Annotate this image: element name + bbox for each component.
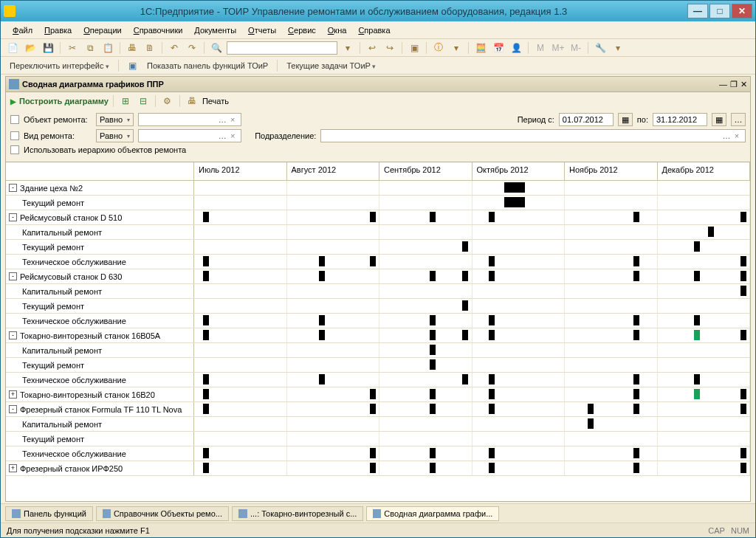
menu-8[interactable]: Справка	[354, 24, 394, 36]
dots-icon[interactable]: …	[217, 115, 227, 124]
paste-icon[interactable]: 📋	[100, 41, 115, 55]
close-button[interactable]: ✕	[732, 4, 752, 18]
new-doc-icon[interactable]: 📄	[5, 41, 20, 55]
printer-icon[interactable]: 🖶	[185, 94, 199, 108]
gantt-bar[interactable]	[203, 404, 209, 414]
build-diagram-button[interactable]: ▶ Построить диаграмму	[10, 97, 109, 106]
maximize-button[interactable]: □	[709, 4, 730, 18]
gantt-bar[interactable]	[633, 404, 639, 414]
user-icon[interactable]: 👤	[509, 41, 523, 55]
gantt-row[interactable]: Капитальный ремонт	[6, 417, 750, 432]
tree-toggle[interactable]: +	[9, 464, 17, 472]
gantt-bar[interactable]	[203, 330, 209, 340]
copy-icon[interactable]: ⧉	[83, 41, 97, 55]
gantt-bar[interactable]	[462, 241, 468, 252]
nav-fwd-icon[interactable]: ↪	[382, 41, 397, 55]
tree-toggle[interactable]: +	[9, 390, 17, 399]
gantt-bar[interactable]	[633, 256, 639, 266]
gantt-bar[interactable]	[740, 404, 746, 414]
gantt-bar[interactable]	[694, 374, 700, 384]
type-condition-select[interactable]: Равно	[96, 129, 134, 142]
gantt-bar[interactable]	[203, 315, 209, 325]
gantt-bar[interactable]	[489, 374, 495, 384]
gantt-bar[interactable]	[489, 448, 495, 458]
type-checkbox[interactable]	[10, 131, 19, 140]
date-from-input[interactable]: 01.07.2012	[559, 113, 614, 126]
gantt-bar[interactable]	[203, 448, 209, 458]
gantt-bar[interactable]	[489, 212, 495, 222]
gantt-row[interactable]: Техническое обслуживание	[6, 255, 750, 269]
gantt-bar[interactable]	[462, 374, 468, 384]
gantt-bar[interactable]	[504, 197, 525, 207]
gantt-bar[interactable]	[430, 315, 436, 325]
gantt-bar[interactable]	[319, 271, 325, 281]
gantt-bar[interactable]	[489, 315, 495, 325]
gantt-bar[interactable]	[633, 330, 639, 340]
gantt-bar[interactable]	[633, 463, 639, 473]
gantt-bar[interactable]	[489, 463, 495, 473]
window-tab[interactable]: Сводная диаграмма графи...	[366, 506, 499, 521]
gantt-bar[interactable]	[370, 389, 376, 399]
minimize-button[interactable]: —	[687, 4, 708, 18]
gantt-bar[interactable]	[430, 212, 436, 222]
gantt-bar[interactable]	[588, 404, 594, 414]
menu-6[interactable]: Сервис	[284, 24, 320, 36]
window-tab[interactable]: Панель функций	[5, 506, 93, 521]
gantt-bar[interactable]	[430, 448, 436, 458]
gantt-row[interactable]: Техническое обслуживание	[6, 373, 750, 387]
gantt-bar[interactable]	[633, 448, 639, 458]
gantt-bar[interactable]	[370, 448, 376, 458]
menu-1[interactable]: Правка	[40, 24, 76, 36]
gantt-bar[interactable]	[740, 389, 746, 399]
menu-0[interactable]: Файл	[8, 24, 37, 36]
period-dots-button[interactable]: …	[731, 113, 746, 126]
window-tab[interactable]: ...: Токарно-винторезный с...	[232, 506, 363, 521]
gantt-row[interactable]: Текущий ремонт	[6, 299, 750, 314]
gantt-bar[interactable]	[319, 330, 325, 340]
gantt-bar[interactable]	[462, 271, 468, 281]
gantt-bar[interactable]	[708, 227, 714, 237]
m-minus-icon[interactable]: M-	[568, 41, 583, 55]
clear-icon[interactable]: ×	[227, 131, 238, 140]
gantt-bar[interactable]	[633, 374, 639, 384]
gantt-row[interactable]: -Рейсмусовый станок D 510	[6, 210, 750, 225]
gantt-bar[interactable]	[740, 256, 746, 266]
gantt-bar[interactable]	[633, 212, 639, 222]
gantt-bar[interactable]	[319, 374, 325, 384]
gantt-bar[interactable]	[370, 463, 376, 473]
gantt-bar[interactable]	[203, 212, 209, 222]
gantt-row[interactable]: +Фрезерный станок ИРФ250	[6, 461, 750, 476]
window-tab[interactable]: Справочник Объекты ремо...	[96, 506, 229, 521]
gantt-row[interactable]: Капитальный ремонт	[6, 284, 750, 299]
gantt-row[interactable]: Техническое обслуживание	[6, 314, 750, 328]
print-icon[interactable]: 🖶	[125, 41, 140, 55]
gantt-row[interactable]: -Здание цеха №2	[6, 181, 750, 196]
gantt-bar[interactable]	[203, 271, 209, 281]
gantt-bar[interactable]	[430, 345, 436, 355]
settings-icon[interactable]: ⚙	[160, 94, 175, 108]
gantt-bar[interactable]	[430, 404, 436, 414]
gantt-bar[interactable]	[430, 359, 436, 370]
obj-input[interactable]: …×	[138, 113, 241, 126]
gantt-bar[interactable]	[203, 256, 209, 266]
gantt-bar[interactable]	[203, 389, 209, 399]
gantt-bar[interactable]	[694, 330, 700, 340]
menu-2[interactable]: Операции	[79, 24, 126, 36]
hierarchy-checkbox[interactable]	[10, 145, 19, 154]
calendar-icon[interactable]: 📅	[491, 41, 506, 55]
gantt-bar[interactable]	[489, 404, 495, 414]
gantt-bar[interactable]	[430, 463, 436, 473]
undo-icon[interactable]: ↶	[167, 41, 182, 55]
gantt-bar[interactable]	[203, 463, 209, 473]
windows-icon[interactable]: ▣	[407, 41, 422, 55]
date-to-input[interactable]: 31.12.2012	[653, 113, 707, 126]
gantt-bar[interactable]	[633, 315, 639, 325]
gantt-bar[interactable]	[203, 374, 209, 384]
obj-checkbox[interactable]	[10, 115, 19, 124]
gantt-bar[interactable]	[504, 182, 525, 193]
tree-toggle[interactable]: -	[9, 272, 17, 280]
gantt-bar[interactable]	[740, 271, 746, 281]
clear-icon[interactable]: ×	[732, 131, 742, 140]
gantt-bar[interactable]	[489, 256, 495, 266]
obj-condition-select[interactable]: Равно	[96, 113, 134, 126]
